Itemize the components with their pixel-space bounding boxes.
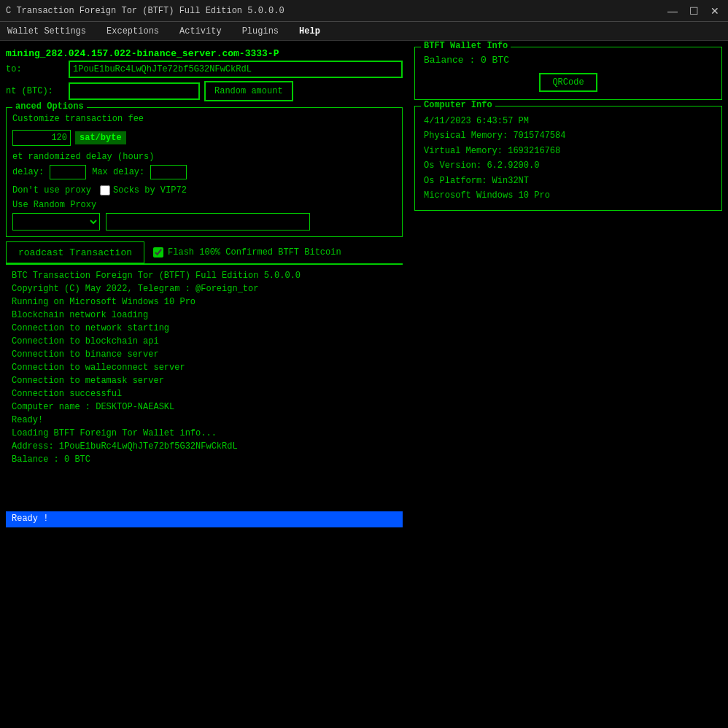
- close-button[interactable]: ✕: [708, 5, 722, 17]
- delay-label: et randomized delay (hours): [12, 152, 396, 162]
- socks-vip72-checkbox[interactable]: [100, 185, 110, 195]
- log-line: Loading BTFT Foreign Tor Wallet info...: [12, 427, 397, 440]
- amount-input[interactable]: [69, 82, 200, 100]
- proxy-select[interactable]: [12, 213, 100, 231]
- amount-row: nt (BTC): Random amount: [6, 81, 403, 101]
- log-line: Address: 1PouE1buRc4LwQhJTe72bf5G32NFwCk…: [12, 440, 397, 453]
- socks-vip72-text: Socks by VIP72: [113, 185, 187, 195]
- menu-exceptions[interactable]: Exceptions: [102, 25, 163, 38]
- proxy-select-row: [12, 213, 396, 231]
- max-delay-label: Max delay:: [92, 167, 144, 177]
- dont-use-proxy-text: Don't use proxy: [12, 185, 91, 195]
- to-label: to:: [6, 64, 64, 74]
- status-bar: Ready !: [6, 511, 403, 527]
- computer-info-label: Computer Info: [421, 100, 495, 110]
- wallet-info-box: BTFT Wallet Info Balance : 0 BTC QRCode: [414, 47, 722, 100]
- log-line: Connection to blockchain api: [12, 335, 397, 348]
- log-line: BTC Transaction Foreign Tor (BTFT) Full …: [12, 269, 397, 282]
- computer-info-box: Computer Info 4/11/2023 6:43:57 PMPhysic…: [414, 106, 722, 211]
- server-address: mining_282.024.157.022-binance_server.co…: [6, 47, 403, 61]
- menu-activity[interactable]: Activity: [175, 25, 226, 38]
- fee-unit: sat/byte: [75, 131, 126, 144]
- delay-row: delay: Max delay:: [12, 165, 396, 179]
- left-content: mining_282.024.157.022-binance_server.co…: [6, 47, 403, 722]
- to-address-input[interactable]: [69, 61, 403, 78]
- advanced-options-label: anced Options: [12, 101, 87, 112]
- computer-info-line: Os Platform: Win32NT: [424, 174, 713, 188]
- minimize-button[interactable]: —: [665, 5, 681, 17]
- log-line: Connection to walleconnect server: [12, 361, 397, 374]
- computer-info-line: Virtual Memory: 1693216768: [424, 144, 713, 158]
- customize-fee-row: Customize transaction fee: [12, 114, 396, 124]
- menu-help[interactable]: Help: [295, 25, 325, 38]
- menu-plugins[interactable]: Plugins: [238, 25, 283, 38]
- menu-bar: Wallet Settings Exceptions Activity Plug…: [0, 22, 728, 41]
- fee-input-row: sat/byte: [12, 130, 396, 146]
- customize-fee-label: Customize transaction fee: [12, 114, 144, 124]
- log-line: Running on Microsoft Windows 10 Pro: [12, 295, 397, 309]
- dont-use-proxy-label: Don't use proxy: [12, 185, 91, 195]
- computer-info-line: Microsoft Windows 10 Pro: [424, 188, 713, 203]
- socks-vip72-label[interactable]: Socks by VIP72: [100, 185, 187, 195]
- flash-label[interactable]: Flash 100% Confirmed BTFT Bitcoin: [153, 247, 341, 257]
- qrcode-button[interactable]: QRCode: [539, 73, 597, 92]
- amount-label: nt (BTC):: [6, 86, 64, 96]
- log-line: Computer name : DESKTOP-NAEASKL: [12, 400, 397, 414]
- min-delay-label: delay:: [12, 167, 44, 177]
- to-address-row: to:: [6, 61, 403, 78]
- log-line: Connection to metamask server: [12, 374, 397, 387]
- broadcast-button[interactable]: roadcast Transaction: [6, 241, 144, 263]
- right-panel: BTFT Wallet Info Balance : 0 BTC QRCode …: [408, 41, 728, 728]
- window-title: C Transaction Foreign Tor (BTFT) Full Ed…: [6, 6, 284, 16]
- log-line: Connection to binance server: [12, 348, 397, 361]
- min-delay-input[interactable]: [50, 165, 86, 179]
- computer-info-line: Physical Memory: 7015747584: [424, 128, 713, 143]
- main-area: mining_282.024.157.022-binance_server.co…: [0, 41, 728, 728]
- flash-checkbox[interactable]: [153, 247, 163, 257]
- title-bar: C Transaction Foreign Tor (BTFT) Full Ed…: [0, 0, 728, 22]
- action-row: roadcast Transaction Flash 100% Confirme…: [6, 241, 403, 263]
- fee-input[interactable]: [12, 130, 71, 146]
- proxy-row: Don't use proxy Socks by VIP72: [12, 185, 396, 195]
- maximize-button[interactable]: ☐: [686, 5, 702, 17]
- log-line: Copyright (C) May 2022, Telegram : @Fore…: [12, 282, 397, 295]
- computer-info-line: Os Version: 6.2.9200.0: [424, 158, 713, 173]
- wallet-info-label: BTFT Wallet Info: [421, 41, 511, 51]
- wallet-balance: Balance : 0 BTC: [424, 55, 713, 66]
- max-delay-input[interactable]: [150, 165, 187, 179]
- log-line: Connection to network starting: [12, 322, 397, 335]
- flash-text: Flash 100% Confirmed BTFT Bitcoin: [168, 247, 341, 257]
- log-line: Blockchain network loading: [12, 309, 397, 322]
- menu-wallet-settings[interactable]: Wallet Settings: [3, 25, 90, 38]
- window-controls: — ☐ ✕: [665, 5, 722, 17]
- computer-info-line: 4/11/2023 6:43:57 PM: [424, 114, 713, 128]
- log-line: Ready!: [12, 414, 397, 427]
- use-random-proxy-label: Use Random Proxy: [12, 200, 396, 210]
- advanced-options-group: anced Options Customize transaction fee …: [6, 107, 403, 237]
- computer-info-lines: 4/11/2023 6:43:57 PMPhysical Memory: 701…: [424, 114, 713, 203]
- proxy-input[interactable]: [106, 213, 310, 231]
- left-panel: mining_282.024.157.022-binance_server.co…: [0, 41, 408, 728]
- log-line: Connection successful: [12, 387, 397, 400]
- log-area: BTC Transaction Foreign Tor (BTFT) Full …: [6, 263, 403, 511]
- log-line: Balance : 0 BTC: [12, 453, 397, 466]
- random-amount-button[interactable]: Random amount: [204, 81, 293, 101]
